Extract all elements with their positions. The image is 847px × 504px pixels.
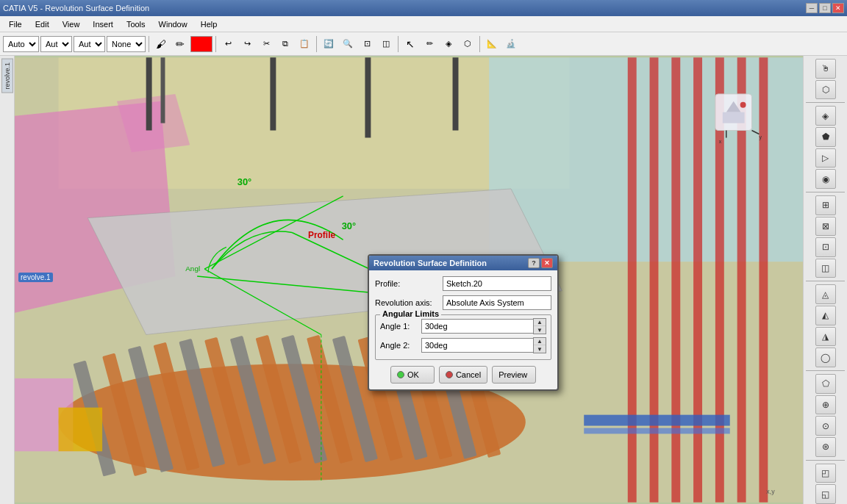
toolbar-dropdown-aut1[interactable]: Aut (40, 36, 72, 52)
toolbar-btn-view3d[interactable]: ◫ (377, 35, 395, 53)
close-button[interactable]: ✕ (832, 3, 844, 13)
dialog-help-button[interactable]: ? (528, 258, 540, 268)
right-toolbar: 🖱 ⬡ ◈ ⬟ ▷ ◉ ⊞ ⊠ ⊡ ◫ ◬ ◭ ◮ ◯ ⬠ ⊕ ⊙ ⊛ ◰ ◱ (803, 56, 847, 504)
right-btn-10[interactable]: ◫ (815, 259, 836, 278)
toolbar-dropdown-auto[interactable]: Auto (3, 36, 39, 52)
toolbar-btn-select[interactable]: ↖ (401, 35, 419, 53)
toolbar: Auto Aut Aut None 🖌 ✏ ↩ ↪ ✂ ⧉ 📋 🔄 🔍 ⊡ ◫ … (0, 32, 847, 56)
right-btn-18[interactable]: ⊛ (815, 437, 836, 457)
right-btn-2[interactable]: ⬡ (815, 80, 836, 100)
profile-input[interactable] (443, 276, 551, 291)
svg-rect-42 (693, 57, 702, 502)
svg-text:Angl: Angl (185, 264, 200, 273)
angle1-row: Angle 1: ▲ ▼ (380, 318, 546, 334)
right-sep-1 (806, 102, 845, 103)
right-btn-20[interactable]: ◱ (815, 484, 836, 504)
right-btn-11[interactable]: ◬ (815, 284, 836, 304)
toolbar-separator-5 (479, 36, 480, 52)
svg-rect-7 (270, 57, 276, 130)
right-sep-4 (806, 370, 845, 371)
toolbar-btn-redo[interactable]: ↪ (238, 35, 256, 53)
svg-rect-5 (146, 57, 152, 130)
title-bar: CATIA V5 - Revolution Surface Definition… (0, 0, 847, 16)
svg-rect-46 (584, 415, 730, 426)
right-btn-6[interactable]: ◉ (815, 169, 836, 189)
angle2-spinner[interactable]: ▲ ▼ (533, 337, 546, 353)
right-btn-1[interactable]: 🖱 (815, 59, 836, 79)
menu-insert[interactable]: Insert (87, 18, 119, 30)
right-btn-3[interactable]: ◈ (815, 106, 836, 126)
toolbar-btn-zoom[interactable]: 🔍 (339, 35, 357, 53)
right-btn-5[interactable]: ▷ (815, 148, 836, 168)
toolbar-btn-fit[interactable]: ⊡ (358, 35, 376, 53)
menu-view[interactable]: View (57, 18, 86, 30)
menu-tools[interactable]: Tools (121, 18, 151, 30)
left-panel-revolve-label[interactable]: revolve.1 (1, 59, 13, 93)
color-swatch[interactable] (190, 36, 212, 52)
right-btn-9[interactable]: ⊡ (815, 237, 836, 257)
toolbar-separator-1 (149, 36, 149, 52)
minimize-button[interactable]: ─ (806, 3, 818, 13)
right-btn-4[interactable]: ⬟ (815, 127, 836, 147)
svg-text:30°: 30° (237, 176, 251, 187)
maximize-button[interactable]: □ (819, 3, 831, 13)
ok-button[interactable]: OK (390, 366, 435, 384)
toolbar-btn-analyze[interactable]: 🔬 (502, 35, 520, 53)
menu-window[interactable]: Window (153, 18, 193, 30)
toolbar-separator-2 (215, 36, 216, 52)
toolbar-btn-undo[interactable]: ↩ (219, 35, 237, 53)
right-sep-3 (806, 281, 845, 281)
right-btn-12[interactable]: ◭ (815, 306, 836, 325)
toolbar-btn-solid[interactable]: ⬡ (459, 35, 476, 53)
preview-button[interactable]: Preview (492, 366, 536, 384)
svg-rect-9 (453, 57, 459, 130)
toolbar-dropdown-aut2[interactable]: Aut (74, 36, 105, 52)
main-layout: revolve.1 (0, 56, 847, 504)
angle1-up-arrow[interactable]: ▲ (534, 319, 546, 326)
toolbar-btn-copy[interactable]: ⧉ (276, 35, 294, 53)
revolution-dialog[interactable]: Revolution Surface Definition ? ✕ Profil… (368, 254, 559, 391)
right-btn-16[interactable]: ⊕ (815, 395, 836, 415)
toolbar-btn-paint[interactable]: 🖌 (152, 35, 170, 53)
dialog-title-bar[interactable]: Revolution Surface Definition ? ✕ (369, 256, 557, 270)
dialog-close-button[interactable]: ✕ (541, 258, 553, 268)
toolbar-btn-cut[interactable]: ✂ (257, 35, 275, 53)
toolbar-btn-rotate[interactable]: 🔄 (320, 35, 337, 53)
toolbar-btn-measure[interactable]: 📐 (483, 35, 501, 53)
right-btn-13[interactable]: ◮ (815, 327, 836, 347)
dialog-title-buttons: ? ✕ (528, 258, 553, 268)
toolbar-btn-surface[interactable]: ◈ (440, 35, 457, 53)
angle1-down-arrow[interactable]: ▼ (534, 326, 546, 334)
right-btn-14[interactable]: ◯ (815, 348, 836, 367)
right-btn-15[interactable]: ⬠ (815, 374, 836, 394)
svg-text:30°: 30° (342, 220, 356, 231)
angle1-spinner[interactable]: ▲ ▼ (533, 318, 546, 334)
svg-text:Profile: Profile (308, 230, 335, 240)
revolution-axis-input[interactable] (443, 295, 551, 310)
menu-help[interactable]: Help (195, 18, 224, 30)
svg-rect-2 (489, 57, 803, 262)
right-btn-7[interactable]: ⊞ (815, 195, 836, 215)
angular-limits-label: Angular Limits (380, 309, 441, 318)
angle2-down-arrow[interactable]: ▼ (534, 345, 546, 353)
menu-file[interactable]: File (3, 18, 28, 30)
angle1-input[interactable] (421, 319, 533, 334)
revolve-label: revolve.1 (18, 273, 53, 282)
toolbar-btn-sketch[interactable]: ✏ (421, 35, 438, 53)
right-btn-8[interactable]: ⊠ (815, 217, 836, 237)
svg-text:x: x (719, 139, 722, 144)
angle2-label: Angle 2: (380, 341, 421, 350)
cancel-button[interactable]: Cancel (439, 366, 487, 384)
cancel-indicator (446, 371, 453, 378)
toolbar-btn-pencil[interactable]: ✏ (171, 35, 189, 53)
toolbar-dropdown-none[interactable]: None (107, 36, 146, 52)
left-panel: revolve.1 (0, 56, 15, 504)
menu-edit[interactable]: Edit (29, 18, 55, 30)
toolbar-btn-paste[interactable]: 📋 (296, 35, 313, 53)
angle2-input[interactable] (421, 338, 533, 353)
viewport[interactable]: 30° 30° Profile Angl Angl (15, 56, 803, 504)
right-btn-17[interactable]: ⊙ (815, 416, 836, 436)
right-btn-19[interactable]: ◰ (815, 464, 836, 483)
svg-rect-52 (723, 112, 745, 123)
angle2-up-arrow[interactable]: ▲ (534, 338, 546, 345)
